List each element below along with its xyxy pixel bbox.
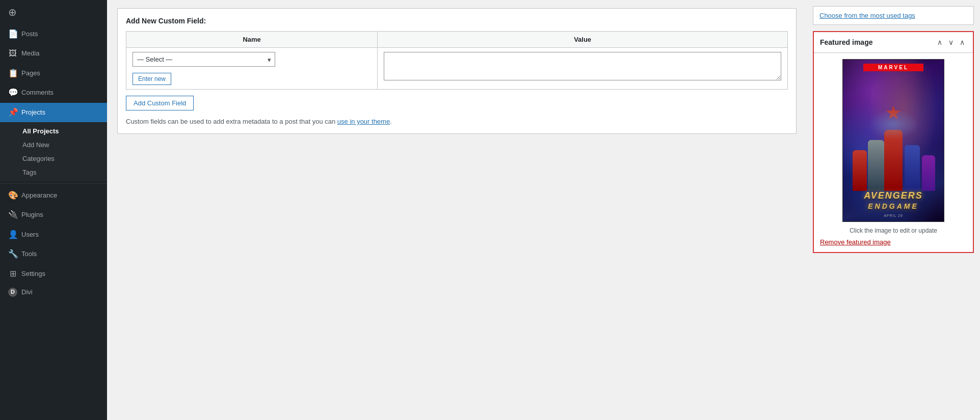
- sidebar-item-settings-label: Settings: [21, 269, 45, 278]
- char-5: [922, 155, 935, 191]
- divi-icon: D: [8, 288, 17, 297]
- featured-image-header: Featured image ∧ ∨ ∧: [814, 32, 973, 53]
- posts-icon: 📄: [8, 29, 17, 40]
- sidebar-item-pages[interactable]: 📋 Pages: [0, 64, 107, 83]
- sidebar-item-comments-label: Comments: [21, 88, 54, 97]
- sidebar-item-media[interactable]: 🖼 Media: [0, 44, 107, 63]
- tools-icon: 🔧: [8, 248, 17, 260]
- sidebar-item-media-label: Media: [21, 49, 39, 58]
- cf-description-end: .: [390, 118, 392, 125]
- sidebar-item-comments[interactable]: 💬 Comments: [0, 83, 107, 102]
- projects-submenu: All Projects Add New Categories Tags: [0, 122, 107, 181]
- cf-description-link[interactable]: use in your theme: [337, 118, 390, 125]
- featured-image-down-button[interactable]: ∨: [946, 37, 956, 47]
- plugins-icon: 🔌: [8, 209, 17, 220]
- char-1: [853, 150, 867, 191]
- sidebar-item-categories[interactable]: Categories: [0, 152, 107, 165]
- media-icon: 🖼: [8, 48, 17, 59]
- enter-new-button[interactable]: Enter new: [133, 73, 171, 85]
- sidebar: ⊕ 📄 Posts 🖼 Media 📋 Pages 💬 Comments 📌 P…: [0, 0, 107, 420]
- featured-image-click-text: Click the image to edit or update: [820, 227, 967, 234]
- sidebar-item-posts-label: Posts: [21, 30, 38, 39]
- settings-icon: ⊞: [8, 268, 17, 279]
- featured-image-thumbnail[interactable]: MARVEL AVENGERSENDGAME: [820, 59, 967, 222]
- sidebar-item-settings[interactable]: ⊞ Settings: [0, 264, 107, 284]
- wp-logo-icon: ⊕: [8, 6, 17, 18]
- cf-value-textarea[interactable]: [384, 52, 781, 80]
- primary-content: Add New Custom Field: Name Value: [107, 0, 807, 420]
- projects-icon: 📌: [8, 107, 17, 118]
- sidebar-item-divi-label: Divi: [21, 288, 33, 297]
- sidebar-item-tools-label: Tools: [21, 249, 37, 259]
- avengers-poster: MARVEL AVENGERSENDGAME: [842, 59, 944, 222]
- char-2: [868, 140, 884, 191]
- character-group: [847, 89, 939, 191]
- cf-select-container: — Select —: [133, 52, 275, 67]
- featured-image-controls: ∧ ∨ ∧: [935, 37, 967, 47]
- featured-image-body: MARVEL AVENGERSENDGAME: [814, 53, 973, 252]
- sidebar-item-tools[interactable]: 🔧 Tools: [0, 244, 107, 264]
- poster-marvel-logo: MARVEL: [863, 64, 923, 71]
- comments-icon: 💬: [8, 87, 17, 98]
- users-icon: 👤: [8, 229, 17, 240]
- main-content: Add New Custom Field: Name Value: [107, 0, 980, 420]
- sidebar-item-posts[interactable]: 📄 Posts: [0, 24, 107, 44]
- sidebar-item-appearance[interactable]: 🎨 Appearance: [0, 186, 107, 205]
- cf-name-header: Name: [126, 32, 378, 48]
- right-sidebar: Choose from the most used tags Featured …: [807, 0, 980, 420]
- cf-description-text: Custom fields can be used to add extra m…: [126, 118, 335, 125]
- cf-name-cell: — Select — Enter new: [126, 48, 378, 90]
- sidebar-item-divi[interactable]: D Divi: [0, 284, 107, 301]
- sidebar-item-plugins-label: Plugins: [21, 210, 43, 219]
- choose-tags-link[interactable]: Choose from the most used tags: [813, 6, 974, 25]
- sidebar-item-appearance-label: Appearance: [21, 191, 57, 200]
- cf-input-row: — Select — Enter new: [126, 48, 788, 90]
- featured-image-box: Featured image ∧ ∨ ∧ MARVEL: [813, 31, 974, 253]
- poster-subtitle: APRIL 26: [843, 214, 944, 217]
- featured-image-collapse-button[interactable]: ∧: [958, 37, 967, 47]
- custom-fields-title: Add New Custom Field:: [126, 17, 788, 25]
- cf-value-cell: [378, 48, 788, 90]
- sidebar-divider: [0, 183, 107, 184]
- custom-fields-table: Name Value — Select —: [126, 31, 788, 90]
- appearance-icon: 🎨: [8, 190, 17, 201]
- sidebar-item-tags[interactable]: Tags: [0, 165, 107, 179]
- sidebar-item-users-label: Users: [21, 230, 39, 239]
- cf-description: Custom fields can be used to add extra m…: [126, 118, 788, 125]
- sidebar-item-projects[interactable]: 📌 Projects: [0, 103, 107, 122]
- cf-value-header: Value: [378, 32, 788, 48]
- remove-featured-image-link[interactable]: Remove featured image: [820, 238, 967, 246]
- add-custom-field-button[interactable]: Add Custom Field: [126, 96, 194, 110]
- char-4: [905, 145, 920, 191]
- sidebar-item-all-projects[interactable]: All Projects: [0, 124, 107, 138]
- cf-select[interactable]: — Select —: [133, 52, 275, 67]
- sidebar-item-add-new[interactable]: Add New: [0, 138, 107, 152]
- pages-icon: 📋: [8, 68, 17, 79]
- sidebar-logo: ⊕: [0, 0, 107, 24]
- poster-title: AVENGERSENDGAME: [843, 191, 944, 211]
- featured-image-up-button[interactable]: ∧: [935, 37, 944, 47]
- sidebar-item-pages-label: Pages: [21, 69, 40, 78]
- poster-glow: [868, 109, 919, 139]
- sidebar-item-plugins[interactable]: 🔌 Plugins: [0, 205, 107, 225]
- sidebar-item-projects-label: Projects: [21, 108, 45, 117]
- custom-fields-box: Add New Custom Field: Name Value: [117, 8, 797, 134]
- sidebar-item-users[interactable]: 👤 Users: [0, 225, 107, 244]
- content-body: Add New Custom Field: Name Value: [107, 0, 980, 420]
- featured-image-title: Featured image: [820, 38, 872, 46]
